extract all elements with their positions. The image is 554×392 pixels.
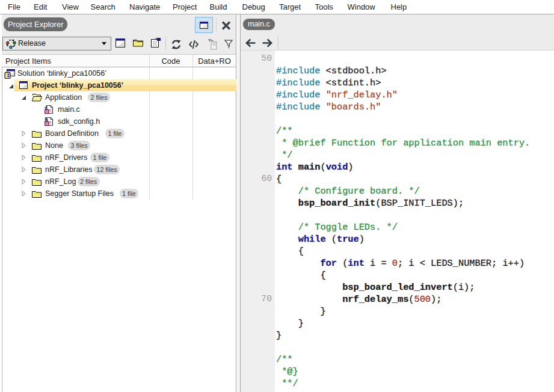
svg-text:h: h (45, 117, 48, 123)
svg-text:c: c (45, 105, 48, 111)
